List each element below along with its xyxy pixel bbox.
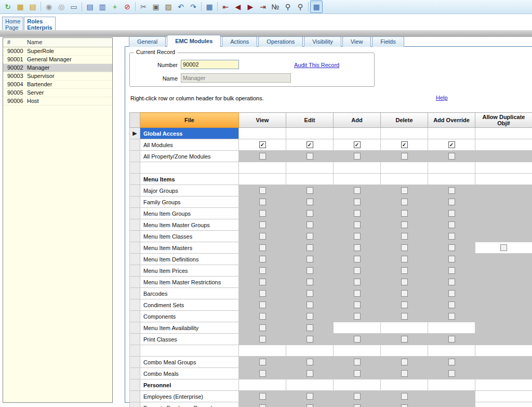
table-import-icon[interactable]: ▤ (26, 1, 39, 13)
goto-number-icon[interactable]: № (269, 1, 282, 13)
file-label-family-groups[interactable]: Family Groups (140, 196, 239, 208)
unchecked-checkbox-edit[interactable] (307, 313, 313, 320)
row-selector[interactable] (130, 242, 140, 254)
tab-visibility[interactable]: Visibility (304, 36, 341, 47)
unchecked-checkbox-add[interactable] (354, 393, 361, 400)
unchecked-checkbox-add[interactable] (354, 313, 361, 320)
unchecked-checkbox-add[interactable] (354, 210, 361, 217)
unchecked-checkbox-add[interactable] (354, 336, 361, 343)
unchecked-checkbox-delete[interactable] (401, 279, 408, 285)
file-label-empty[interactable] (140, 345, 239, 357)
row-selector[interactable] (130, 357, 140, 368)
role-list-row-general-manager[interactable]: 90001General Manager (3, 56, 112, 64)
unchecked-checkbox-add[interactable] (354, 290, 361, 297)
grid-header-add-override[interactable]: Add Override (428, 113, 475, 128)
row-selector[interactable] (130, 219, 140, 231)
grid-header-file[interactable]: File (140, 113, 239, 128)
unchecked-checkbox-view[interactable] (259, 187, 266, 194)
unchecked-checkbox-delete[interactable] (401, 313, 408, 320)
tab-fields[interactable]: Fields (372, 36, 404, 47)
unchecked-checkbox-view[interactable] (259, 279, 266, 285)
file-label-menu-item-master-groups[interactable]: Menu Item Master Groups (140, 219, 239, 231)
unchecked-checkbox-delete[interactable] (401, 210, 408, 217)
file-label-menu-item-groups[interactable]: Menu Item Groups (140, 208, 239, 219)
file-label-employees-enterprise[interactable]: Employees (Enterprise) (140, 391, 239, 402)
previous-record-icon[interactable]: ◀ (232, 1, 244, 13)
grid-header-edit[interactable]: Edit (286, 113, 334, 128)
record-view-icon[interactable]: ◉ (43, 1, 55, 13)
file-label-global-access[interactable]: Global Access (140, 128, 239, 139)
unchecked-checkbox-view[interactable] (259, 313, 266, 320)
unchecked-checkbox-add[interactable] (354, 244, 361, 251)
undo-icon[interactable]: ↶ (175, 1, 187, 13)
unchecked-checkbox-add[interactable] (354, 267, 361, 274)
unchecked-checkbox-add[interactable] (354, 301, 361, 308)
file-label-personnel[interactable]: Personnel (140, 379, 239, 391)
unchecked-checkbox-add-override[interactable] (448, 359, 455, 365)
tab-view[interactable]: View (342, 36, 371, 47)
goto-table-icon[interactable]: ▦ (203, 1, 216, 13)
unchecked-checkbox-view[interactable] (259, 336, 266, 343)
file-label-menu-item-masters[interactable]: Menu Item Masters (140, 242, 239, 254)
unchecked-checkbox-edit[interactable] (307, 199, 313, 205)
unchecked-checkbox-edit[interactable] (307, 324, 313, 331)
file-label-combo-meal-groups[interactable]: Combo Meal Groups (140, 357, 239, 368)
file-label-print-classes[interactable]: Print Classes (140, 334, 239, 345)
unchecked-checkbox-view[interactable] (259, 359, 266, 365)
unchecked-checkbox-add[interactable] (354, 256, 361, 262)
checked-checkbox-edit[interactable]: ✓ (307, 141, 313, 148)
unchecked-checkbox-delete[interactable] (401, 267, 408, 274)
unchecked-checkbox-delete[interactable] (401, 359, 408, 365)
file-label-menu-items[interactable]: Menu Items (140, 174, 239, 185)
row-selector[interactable] (130, 265, 140, 277)
file-label-all-modules[interactable]: All Modules (140, 139, 239, 151)
unchecked-checkbox-edit[interactable] (307, 267, 313, 274)
row-selector[interactable] (130, 174, 140, 185)
unchecked-checkbox-add-override[interactable] (448, 199, 455, 205)
unchecked-checkbox-add-override[interactable] (448, 279, 455, 285)
unchecked-checkbox-view[interactable] (259, 233, 266, 240)
unchecked-checkbox-delete[interactable] (401, 301, 408, 308)
paste-icon[interactable]: ▨ (162, 1, 175, 13)
checked-checkbox-view[interactable]: ✓ (259, 141, 266, 148)
file-label-property-employee-records[interactable]: Property Employee Records (140, 402, 239, 407)
copy-icon[interactable]: ▣ (150, 1, 162, 13)
unchecked-checkbox-delete[interactable] (401, 393, 408, 400)
row-selector[interactable] (130, 196, 140, 208)
row-selector[interactable]: ▶ (130, 128, 140, 139)
unchecked-checkbox-delete[interactable] (401, 199, 408, 205)
row-selector[interactable] (130, 208, 140, 219)
unchecked-checkbox-delete[interactable] (401, 221, 408, 228)
cut-icon[interactable]: ✂ (137, 1, 150, 13)
table-export-icon[interactable]: ▦ (14, 1, 26, 13)
unchecked-checkbox-add[interactable] (354, 153, 361, 160)
tab-general[interactable]: General (129, 36, 166, 47)
print-icon[interactable]: ▭ (68, 1, 80, 13)
unchecked-checkbox-add-override[interactable] (448, 221, 455, 228)
save-icon[interactable]: ▤ (84, 1, 96, 13)
unchecked-checkbox-edit[interactable] (307, 336, 313, 343)
row-selector[interactable] (130, 311, 140, 322)
checked-checkbox-delete[interactable]: ✓ (401, 141, 408, 148)
row-selector[interactable] (130, 402, 140, 407)
row-selector[interactable] (130, 322, 140, 334)
unchecked-checkbox-edit[interactable] (307, 187, 313, 194)
role-list-column-name[interactable]: Name (27, 38, 112, 47)
grid-header-add[interactable]: Add (334, 113, 381, 128)
unchecked-checkbox-add-override[interactable] (448, 370, 455, 377)
unchecked-checkbox-add-override[interactable] (448, 301, 455, 308)
row-selector[interactable] (130, 231, 140, 242)
unchecked-checkbox-delete[interactable] (401, 256, 408, 262)
record-cancel-icon[interactable]: ◎ (55, 1, 68, 13)
row-selector[interactable] (130, 334, 140, 345)
grid-header-view[interactable]: View (239, 113, 286, 128)
insert-icon[interactable]: + (109, 1, 121, 13)
unchecked-checkbox-add[interactable] (354, 404, 361, 407)
unchecked-checkbox-edit[interactable] (307, 221, 313, 228)
unchecked-checkbox-add-override[interactable] (448, 244, 455, 251)
unchecked-checkbox-edit[interactable] (307, 153, 313, 160)
row-selector[interactable] (130, 345, 140, 357)
unchecked-checkbox-edit[interactable] (307, 404, 313, 407)
unchecked-checkbox-delete[interactable] (401, 244, 408, 251)
unchecked-checkbox-view[interactable] (259, 290, 266, 297)
